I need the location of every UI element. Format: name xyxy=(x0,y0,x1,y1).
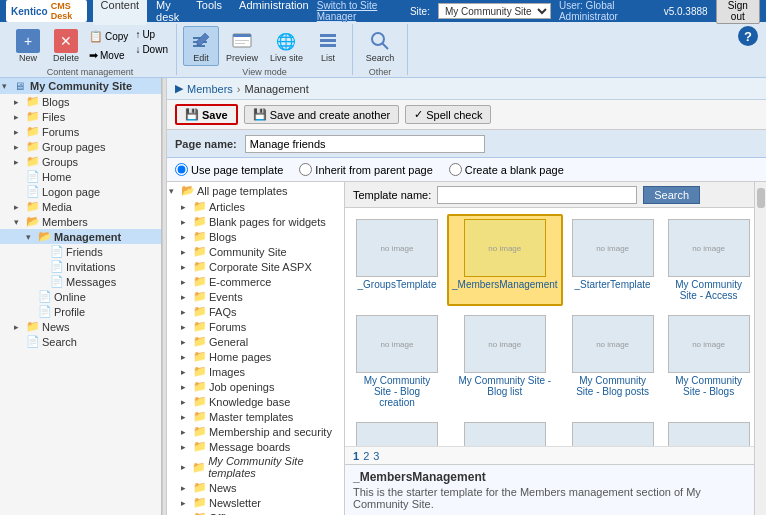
sidebar-item-grouppages[interactable]: ▸ 📁 Group pages xyxy=(0,139,161,154)
tmpl-general[interactable]: ▸ 📁 General xyxy=(167,334,344,349)
radio-blank[interactable]: Create a blank page xyxy=(449,163,564,176)
sidebar-item-online[interactable]: 📄 Online xyxy=(0,289,161,304)
spell-label: Spell check xyxy=(426,109,482,121)
sidebar-item-invitations[interactable]: 📄 Invitations xyxy=(0,259,161,274)
tmpl-images[interactable]: ▸ 📁 Images xyxy=(167,364,344,379)
template-item-blog-posts[interactable]: no image My Community Site - Blog posts xyxy=(567,310,659,413)
nav-content[interactable]: Content xyxy=(93,0,148,25)
site-selector[interactable]: My Community Site xyxy=(438,3,551,19)
list-button[interactable]: List xyxy=(310,26,346,66)
page-1[interactable]: 1 xyxy=(353,450,359,462)
tmpl-ecommerce[interactable]: ▸ 📁 E-commerce xyxy=(167,274,344,289)
tmpl-knowledge-base[interactable]: ▸ 📁 Knowledge base xyxy=(167,394,344,409)
edit-button[interactable]: Edit xyxy=(183,26,219,66)
copy-button[interactable]: 📋 Copy xyxy=(86,28,131,45)
svg-rect-7 xyxy=(235,43,245,44)
tmpl-newsletter[interactable]: ▸ 📁 Newsletter xyxy=(167,495,344,510)
action-bar: 💾 Save 💾 Save and create another ✓ Spell… xyxy=(167,100,766,130)
tmpl-my-community[interactable]: ▸ 📁 My Community Site templates xyxy=(167,454,344,480)
up-button[interactable]: ↑ Up xyxy=(133,28,170,41)
help-icon[interactable]: ? xyxy=(738,26,758,46)
sidebar-item-management[interactable]: ▾ 📂 Management xyxy=(0,229,161,244)
version-label: v5.0.3888 xyxy=(664,6,708,17)
delete-label: Delete xyxy=(53,53,79,63)
sidebar-item-groups[interactable]: ▸ 📁 Groups xyxy=(0,154,161,169)
tmpl-home-pages[interactable]: ▸ 📁 Home pages xyxy=(167,349,344,364)
breadcrumb: ▶ Members › Management xyxy=(167,78,766,100)
sidebar-item-home[interactable]: 📄 Home xyxy=(0,169,161,184)
sidebar-item-media[interactable]: ▸ 📁 Media xyxy=(0,199,161,214)
invitations-icon: 📄 xyxy=(50,260,64,273)
page-name-bar: Page name: xyxy=(167,130,766,158)
tmpl-faqs[interactable]: ▸ 📁 FAQs xyxy=(167,304,344,319)
grouppages-toggle: ▸ xyxy=(14,142,26,152)
save-create-label: Save and create another xyxy=(270,109,390,121)
live-label: Live site xyxy=(270,53,303,63)
sidebar-item-search[interactable]: 📄 Search xyxy=(0,334,161,349)
sidebar-root[interactable]: ▾ 🖥 My Community Site xyxy=(0,78,161,94)
live-site-button[interactable]: 🌐 Live site xyxy=(265,26,308,66)
template-item-r3-2[interactable]: no image xyxy=(447,417,563,446)
template-search-input[interactable] xyxy=(437,186,637,204)
nav-mydesk[interactable]: My desk xyxy=(148,0,187,25)
template-item-access[interactable]: no image My Community Site - Access xyxy=(663,214,754,306)
breadcrumb-members[interactable]: Members xyxy=(187,83,233,95)
template-item-r3-4[interactable]: no image xyxy=(663,417,754,446)
radio-use-template[interactable]: Use page template xyxy=(175,163,283,176)
new-button[interactable]: + New xyxy=(10,26,46,66)
sidebar-item-forums[interactable]: ▸ 📁 Forums xyxy=(0,124,161,139)
group-label-viewmode: View mode xyxy=(242,67,286,77)
sidebar-item-members[interactable]: ▾ 📂 Members xyxy=(0,214,161,229)
nav-admin[interactable]: Administration xyxy=(231,0,317,25)
down-button[interactable]: ↓ Down xyxy=(133,43,170,56)
spell-check-button[interactable]: ✓ Spell check xyxy=(405,105,491,124)
tmpl-corp-aspx[interactable]: ▸ 📁 Corporate Site ASPX xyxy=(167,259,344,274)
save-create-button[interactable]: 💾 Save and create another xyxy=(244,105,399,124)
template-item-blog-creation[interactable]: no image My Community Site - Blog creati… xyxy=(351,310,443,413)
tmpl-master[interactable]: ▸ 📁 Master templates xyxy=(167,409,344,424)
preview-button[interactable]: Preview xyxy=(221,26,263,66)
sidebar-item-profile[interactable]: 📄 Profile xyxy=(0,304,161,319)
delete-button[interactable]: ✕ Delete xyxy=(48,26,84,66)
save-button[interactable]: 💾 Save xyxy=(175,104,238,125)
move-label: Move xyxy=(100,50,124,61)
search-toolbar-button[interactable]: Search xyxy=(359,26,401,66)
sign-out-button[interactable]: Sign out xyxy=(716,0,760,24)
switch-site-manager[interactable]: Switch to Site Manager xyxy=(317,0,402,22)
tmpl-events[interactable]: ▸ 📁 Events xyxy=(167,289,344,304)
grid-scrollbar[interactable] xyxy=(754,182,766,515)
template-item-blog-list[interactable]: no image My Community Site - Blog list xyxy=(447,310,563,413)
tmpl-offices[interactable]: ▸ 📁 Offices xyxy=(167,510,344,515)
page-name-input[interactable] xyxy=(245,135,485,153)
tmpl-job-openings[interactable]: ▸ 📁 Job openings xyxy=(167,379,344,394)
tmpl-all-templates[interactable]: ▾ 📂 All page templates xyxy=(167,182,344,199)
page-3[interactable]: 3 xyxy=(373,450,379,462)
sidebar-item-news[interactable]: ▸ 📁 News xyxy=(0,319,161,334)
page-2[interactable]: 2 xyxy=(363,450,369,462)
template-item-starter[interactable]: no image _StarterTemplate xyxy=(567,214,659,306)
tmpl-membership[interactable]: ▸ 📁 Membership and security xyxy=(167,424,344,439)
sidebar-item-blogs[interactable]: ▸ 📁 Blogs xyxy=(0,94,161,109)
grouppages-icon: 📁 xyxy=(26,140,40,153)
move-button[interactable]: ➡ Move xyxy=(86,47,131,64)
template-item-blogs[interactable]: no image My Community Site - Blogs xyxy=(663,310,754,413)
tmpl-blogs[interactable]: ▸ 📁 Blogs xyxy=(167,229,344,244)
template-item-r3-1[interactable]: no image xyxy=(351,417,443,446)
tmpl-news[interactable]: ▸ 📁 News xyxy=(167,480,344,495)
tmpl-articles[interactable]: ▸ 📁 Articles xyxy=(167,199,344,214)
tmpl-forums[interactable]: ▸ 📁 Forums xyxy=(167,319,344,334)
tmpl-community-site[interactable]: ▸ 📁 Community Site xyxy=(167,244,344,259)
template-search-button[interactable]: Search xyxy=(643,186,700,204)
radio-inherit[interactable]: Inherit from parent page xyxy=(299,163,432,176)
tmpl-blank-pages[interactable]: ▸ 📁 Blank pages for widgets xyxy=(167,214,344,229)
sidebar-item-logon[interactable]: 📄 Logon page xyxy=(0,184,161,199)
tmpl-message-boards[interactable]: ▸ 📁 Message boards xyxy=(167,439,344,454)
template-item-r3-3[interactable]: no image xyxy=(567,417,659,446)
template-item-members[interactable]: no image _MembersManagement xyxy=(447,214,563,306)
nav-tools[interactable]: Tools xyxy=(188,0,230,25)
sidebar-item-files[interactable]: ▸ 📁 Files xyxy=(0,109,161,124)
sidebar-item-messages[interactable]: 📄 Messages xyxy=(0,274,161,289)
sidebar-item-friends[interactable]: 📄 Friends xyxy=(0,244,161,259)
template-name-access: My Community Site - Access xyxy=(668,279,750,301)
template-item-groups[interactable]: no image _GroupsTemplate xyxy=(351,214,443,306)
